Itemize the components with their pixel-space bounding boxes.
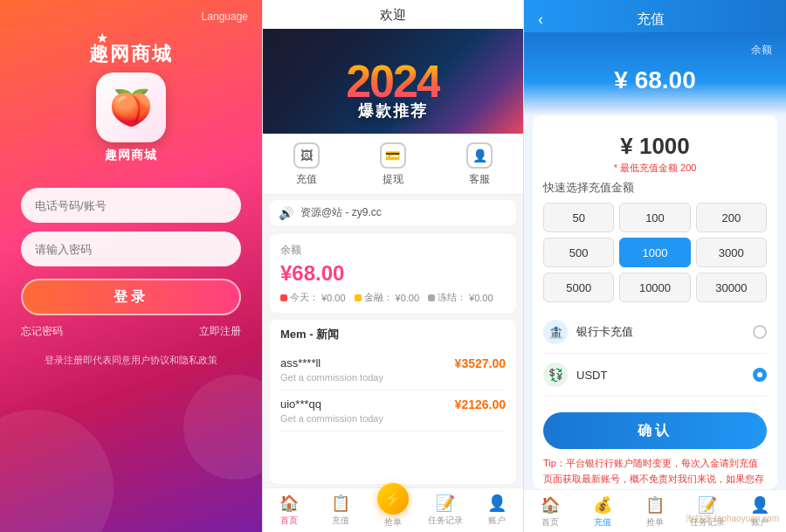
amount-btn-5000[interactable]: 5000	[543, 273, 614, 302]
balance-amount: ¥68.00	[280, 261, 506, 286]
finance-label: 金融：	[364, 291, 393, 304]
bank-label: 银行卡充值	[576, 324, 753, 340]
home-panel: 欢迎 2024 爆款推荐 🖼 充值 💳 提现 👤 客服 🔊 资源@站 - zy9…	[262, 0, 524, 532]
amount-btn-500[interactable]: 500	[543, 238, 614, 267]
register-link[interactable]: 立即注册	[199, 324, 241, 339]
r-bottom-account[interactable]: 👤 账户	[734, 495, 786, 529]
amount-btn-10000[interactable]: 10000	[619, 273, 690, 302]
password-input[interactable]	[21, 231, 241, 266]
news-section: Mem - 新闻 ass****ll Get a commission toda…	[270, 320, 516, 484]
login-panel: Language ★ 趣网商城 🍑 趣网商城 登录 忘记密码 立即注册 登录注册…	[0, 0, 262, 532]
quick-select-title: 快速选择充值金额	[543, 180, 767, 196]
r-bottom-home[interactable]: 🏠 首页	[524, 495, 576, 529]
logo-area: ★ 趣网商城 🍑 趣网商城	[89, 30, 173, 163]
news-amount-2: ¥2126.00	[455, 397, 506, 411]
news-user-2: uio***qq	[280, 397, 383, 411]
news-desc-1: Get a commission today	[280, 372, 383, 383]
frozen-balance: 冻结： ¥0.00	[428, 291, 493, 304]
news-item-1: ass****ll Get a commission today ¥3527.0…	[280, 349, 506, 390]
welcome-text: 欢迎	[380, 7, 406, 22]
service-nav-label: 客服	[469, 172, 490, 187]
usdt-radio[interactable]	[753, 368, 767, 382]
home-bottom-nav: 🏠 首页 📋 充值 ⚡ 抢单 📝 任务记录 👤 账户	[263, 487, 523, 532]
bottom-nav-grab[interactable]: ⚡ 抢单	[367, 494, 419, 529]
bottom-nav-recharge[interactable]: 📋 充值	[315, 494, 368, 529]
balance-card: 余额 ¥68.00 今天： ¥0.00 金融： ¥0.00 冻结： ¥0.00	[270, 234, 516, 313]
account-bottom-icon: 👤	[487, 494, 507, 513]
phone-input[interactable]	[21, 188, 241, 223]
app-icon-container: 🍑	[96, 73, 166, 142]
home-bottom-icon: 🏠	[279, 494, 299, 513]
withdraw-nav-icon: 💳	[380, 142, 406, 169]
r-home-label: 首页	[541, 516, 559, 529]
tasks-bottom-icon: 📝	[436, 494, 455, 513]
announcement-bar: 🔊 资源@站 - zy9.cc	[270, 200, 516, 225]
news-user-1: ass****ll	[280, 356, 383, 370]
r-bottom-tasks[interactable]: 📝 任务记录	[681, 495, 734, 529]
news-desc-2: Get a commission today	[280, 413, 383, 424]
app-title: 趣网商城	[89, 41, 173, 67]
today-value: ¥0.00	[321, 293, 346, 303]
recharge-header: ‹ 充值	[524, 0, 786, 32]
amount-btn-50[interactable]: 50	[543, 203, 614, 232]
service-nav-icon: 👤	[466, 142, 493, 169]
news-title: Mem - 新闻	[280, 327, 506, 342]
nav-item-withdraw[interactable]: 💳 提现	[349, 142, 436, 187]
payment-bank[interactable]: 🏦 银行卡充值	[543, 311, 767, 354]
login-button[interactable]: 登录	[21, 279, 241, 315]
nav-item-recharge[interactable]: 🖼 充值	[263, 142, 349, 187]
nav-item-service[interactable]: 👤 客服	[437, 142, 523, 187]
amount-btn-1000[interactable]: 1000	[619, 238, 690, 267]
r-tasks-icon: 📝	[698, 495, 717, 515]
announcement-icon: 🔊	[279, 206, 293, 220]
bottom-nav-account[interactable]: 👤 账户	[471, 494, 523, 529]
r-bottom-grab[interactable]: 📋 抢单	[629, 495, 681, 529]
withdraw-nav-label: 提现	[383, 172, 403, 187]
agreement-text: 登录注册即代表同意用户协议和隐私政策	[45, 353, 217, 368]
news-amount-1: ¥3527.00	[455, 356, 506, 370]
r-recharge-label: 充值	[594, 516, 611, 529]
news-item-2: uio***qq Get a commission today ¥2126.00	[280, 390, 506, 432]
bottom-nav-home[interactable]: 🏠 首页	[263, 494, 315, 529]
forgot-password-link[interactable]: 忘记密码	[21, 324, 63, 339]
account-bottom-label: 账户	[488, 515, 506, 527]
recharge-title: 充值	[547, 10, 755, 29]
banner-year: 2024	[346, 59, 440, 104]
bank-radio[interactable]	[753, 325, 767, 339]
back-button[interactable]: ‹	[534, 7, 547, 32]
recharge-body: ¥ 1000 * 最低充值金额 200 快速选择充值金额 50 100 200 …	[533, 115, 777, 489]
language-selector[interactable]: Language	[202, 10, 248, 23]
recharge-input-amount: ¥ 1000	[543, 133, 767, 160]
r-account-icon: 👤	[750, 495, 769, 515]
recharge-tip: Tip：平台银行行账户随时变更，每次入金请到充值页面获取最新账号，概不免责对我们…	[543, 456, 767, 489]
deco-circle-1	[0, 410, 114, 532]
r-grab-label: 抢单	[646, 516, 664, 529]
payment-usdt[interactable]: 💱 USDT	[543, 354, 767, 397]
login-links: 忘记密码 立即注册	[21, 324, 241, 339]
frozen-label: 冻结：	[438, 291, 466, 304]
today-dot	[280, 294, 287, 301]
recharge-bottom-icon: 📋	[331, 494, 350, 513]
finance-dot	[355, 294, 362, 301]
amount-btn-30000[interactable]: 30000	[696, 273, 767, 302]
amount-btn-100[interactable]: 100	[619, 203, 690, 232]
announcement-text: 资源@站 - zy9.cc	[300, 205, 382, 220]
home-banner: 2024 爆款推荐	[263, 29, 523, 134]
banner-subtitle: 爆款推荐	[358, 100, 428, 121]
r-account-label: 账户	[751, 516, 769, 529]
bottom-nav-tasks[interactable]: 📝 任务记录	[419, 494, 472, 529]
recharge-nav-label: 充值	[296, 172, 317, 187]
amount-btn-200[interactable]: 200	[696, 203, 767, 232]
confirm-button[interactable]: 确认	[543, 412, 767, 449]
frozen-dot	[428, 294, 435, 301]
recharge-bottom-label: 充值	[332, 515, 349, 527]
amount-btn-3000[interactable]: 3000	[696, 238, 767, 267]
grab-center-btn[interactable]: ⚡	[377, 483, 409, 515]
r-tasks-label: 任务记录	[690, 516, 725, 529]
recharge-balance-label: 余额	[751, 43, 772, 58]
grab-center-label: 抢单	[384, 516, 402, 529]
news-item-1-info: ass****ll Get a commission today	[280, 356, 383, 383]
finance-value: ¥0.00	[396, 293, 420, 303]
home-bottom-label: 首页	[280, 515, 298, 527]
r-bottom-recharge[interactable]: 💰 充值	[576, 495, 629, 529]
